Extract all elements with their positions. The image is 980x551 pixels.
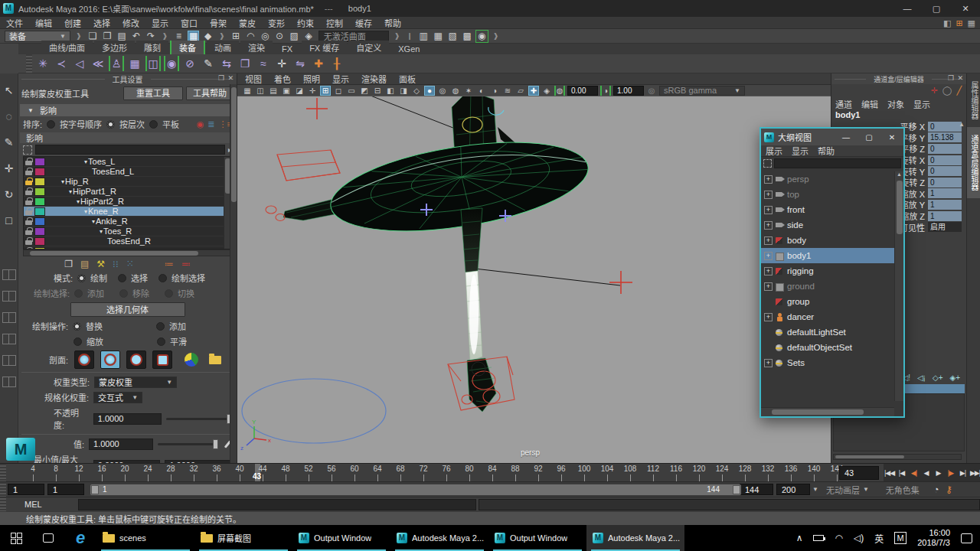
step-forward-key-button[interactable]: |▶ <box>945 465 956 480</box>
channel-value[interactable]: 0 <box>928 155 962 165</box>
section-separator[interactable]: ❱ <box>76 32 82 40</box>
render-current-frame-icon[interactable]: ▦ <box>433 31 444 42</box>
layout-button-1[interactable] <box>2 269 16 280</box>
influence-list-hscrollbar[interactable] <box>23 249 232 256</box>
lock-icon[interactable] <box>24 237 34 246</box>
move-tool[interactable]: ✛ <box>2 161 17 176</box>
lasso-tool[interactable]: ◌ <box>2 109 17 124</box>
channel-value[interactable]: 0 <box>928 166 962 176</box>
lock-icon[interactable] <box>24 168 34 176</box>
menu-item-5[interactable]: 显示 <box>152 17 168 29</box>
section-separator[interactable]: ❱ <box>493 32 499 40</box>
hammer-weights-icon[interactable]: ⚒ <box>96 259 105 269</box>
menu-item-1[interactable]: 编辑 <box>35 17 52 29</box>
shelf-tab-6[interactable]: FX <box>274 44 300 54</box>
close-panel-icon[interactable]: ✕ <box>227 74 234 82</box>
joint-color-swatch[interactable] <box>34 217 45 226</box>
paint-select-remove-radio[interactable] <box>119 289 128 298</box>
outliner-window[interactable]: M 大纲视图 — ▢ ✕ 展示显示帮助 +persp+top+front+sid… <box>760 127 905 418</box>
outliner-search-input[interactable] <box>774 158 901 168</box>
copy-skin-weights-icon[interactable]: ❐ <box>237 56 253 71</box>
mode-paint-select-radio[interactable] <box>158 274 167 282</box>
shelf-tab-5[interactable]: 渲染 <box>240 41 273 54</box>
maximize-button[interactable]: ▢ <box>922 0 951 17</box>
influence-row[interactable]: ToesEnd_R <box>24 236 231 246</box>
shelf-tab-2[interactable]: 雕刻 <box>136 41 168 54</box>
reset-tool-button[interactable]: 重置工具 <box>123 86 183 100</box>
edge-button[interactable]: e <box>64 525 96 551</box>
scroll-thumb[interactable] <box>772 409 864 415</box>
expand-plus-icon[interactable]: + <box>764 206 773 214</box>
move-weights-icon[interactable]: ⁝⁝ <box>113 259 119 269</box>
outliner-menu-2[interactable]: 帮助 <box>818 145 835 157</box>
outliner-item-top[interactable]: +top <box>761 187 894 202</box>
wireframe-icon[interactable]: ◇ <box>411 86 422 96</box>
camera-attributes-icon[interactable]: ▤ <box>268 86 279 96</box>
gaussian-brush-icon[interactable] <box>74 350 94 369</box>
viewport-menu-2[interactable]: 照明 <box>303 73 320 85</box>
channel-box-menu-3[interactable]: 显示 <box>913 98 930 110</box>
view-transform-icon[interactable]: ◎ <box>646 86 657 96</box>
outliner-item-body1[interactable]: +body1 <box>761 248 894 263</box>
command-input[interactable] <box>78 499 476 510</box>
ime-mode-icon[interactable]: M <box>894 532 906 544</box>
opacity-slider[interactable] <box>166 418 232 420</box>
channel-value[interactable]: 0 <box>928 178 962 187</box>
expand-arrow-icon[interactable]: ▾ <box>84 158 87 165</box>
lock-icon[interactable] <box>24 217 34 226</box>
move-skinned-joints-icon[interactable]: ⇋ <box>292 56 308 71</box>
minimize-button[interactable]: — <box>835 133 858 142</box>
channel-box-menu-1[interactable]: 编辑 <box>861 98 878 110</box>
exposure-toggle-icon[interactable]: ◍ <box>554 86 565 96</box>
influence-row[interactable]: ▾Hip_R <box>24 177 231 187</box>
layout-button-2[interactable] <box>2 291 16 302</box>
joint-color-swatch[interactable] <box>34 158 45 166</box>
remove-influence-icon[interactable]: ╂ <box>329 56 345 71</box>
mode-select-radio[interactable] <box>118 274 126 282</box>
section-separator[interactable]: ❱ <box>394 32 400 40</box>
taskbar-clock[interactable]: 16:00 2018/7/3 <box>917 528 950 548</box>
op-smooth-radio[interactable] <box>157 337 165 346</box>
viewport-menu-1[interactable]: 着色 <box>274 73 291 85</box>
field-chart-icon[interactable]: ⊟ <box>372 86 383 96</box>
drag-grip[interactable] <box>0 497 6 512</box>
menu-item-2[interactable]: 创建 <box>64 17 81 29</box>
action-center-icon[interactable] <box>961 533 972 543</box>
layer-hscrollbar[interactable] <box>833 454 962 460</box>
smooth-skin-weights-icon[interactable]: ≈ <box>256 56 271 71</box>
shelf-tab-7[interactable]: FX 缓存 <box>302 41 347 54</box>
menu-item-11[interactable]: 控制 <box>326 17 343 29</box>
geodesic-voxel-bind-icon[interactable]: ◉ <box>164 56 179 71</box>
mode-paint-radio[interactable] <box>77 274 86 282</box>
render-settings-icon[interactable]: ▩ <box>462 31 473 42</box>
detach-skin-icon[interactable]: ⊘ <box>182 56 198 71</box>
shelf-tab-9[interactable]: XGen <box>390 44 427 54</box>
menu-item-3[interactable]: 选择 <box>93 17 110 29</box>
menu-item-12[interactable]: 缓存 <box>355 17 372 29</box>
wifi-icon[interactable]: ◠ <box>835 533 842 543</box>
outliner-vscrollbar[interactable]: ▲ <box>894 171 903 401</box>
menu-item-0[interactable]: 文件 <box>6 17 23 29</box>
snap-to-view-plane-icon[interactable]: ▨ <box>289 31 300 42</box>
new-layer-from-selected-icon[interactable]: ◈+ <box>949 373 960 382</box>
joint-color-swatch[interactable] <box>34 168 45 176</box>
channel-value[interactable]: 1 <box>928 188 962 198</box>
layout-button-5[interactable] <box>2 355 16 366</box>
menu-item-4[interactable]: 修改 <box>122 17 139 29</box>
influence-row[interactable]: ▾Toes_R <box>24 227 231 236</box>
outliner-item-front[interactable]: +front <box>761 202 894 217</box>
menu-item-9[interactable]: 变形 <box>268 17 285 29</box>
viewport-menu-0[interactable]: 视图 <box>245 73 262 85</box>
go-to-end-button[interactable]: ▶▶| <box>969 465 980 480</box>
command-line-language[interactable]: MEL <box>24 500 78 509</box>
value-slider[interactable] <box>158 443 218 445</box>
browse-brush-folder-icon[interactable] <box>209 356 221 364</box>
expand-plus-icon[interactable]: + <box>764 236 773 245</box>
step-back-frame-button[interactable]: |◀ <box>896 465 907 480</box>
go-to-start-button[interactable]: |◀◀ <box>884 465 895 480</box>
film-gate-icon[interactable]: ◻ <box>333 86 344 96</box>
step-forward-frame-button[interactable]: ▶| <box>957 465 969 480</box>
textured-icon[interactable]: ◍ <box>450 86 461 96</box>
scroll-up-icon[interactable]: ▲ <box>959 121 965 128</box>
shaded-icon[interactable]: ● <box>424 86 435 96</box>
